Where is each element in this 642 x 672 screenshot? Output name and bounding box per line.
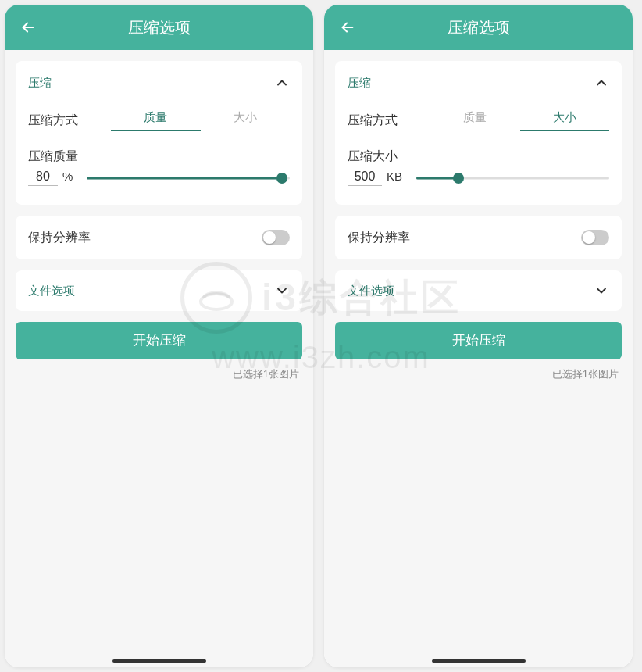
phone-screen-left: 压缩选项 压缩 压缩方式 质量 大小 压缩质量 % [5,5,313,667]
file-options-card: 文件选项 [335,270,622,311]
compress-section-title: 压缩 [348,76,371,91]
method-tabs: 质量 大小 [111,110,290,131]
home-indicator [432,659,526,663]
start-compress-button[interactable]: 开始压缩 [335,322,622,359]
method-label: 压缩方式 [28,113,102,129]
keep-resolution-row: 保持分辨率 [348,216,609,259]
keep-resolution-row: 保持分辨率 [28,216,290,259]
start-compress-button[interactable]: 开始压缩 [16,322,302,359]
keep-resolution-toggle[interactable] [262,230,290,245]
header-title: 压缩选项 [5,17,313,38]
compress-section-header[interactable]: 压缩 [28,64,290,102]
tab-size[interactable]: 大小 [520,110,610,131]
file-options-label: 文件选项 [348,284,394,298]
method-tabs: 质量 大小 [430,110,609,131]
size-slider[interactable] [416,170,609,186]
method-row: 压缩方式 质量 大小 [348,102,609,139]
slider-thumb[interactable] [453,173,464,184]
chevron-up-icon [594,75,609,91]
method-row: 压缩方式 质量 大小 [28,102,290,139]
file-options-row[interactable]: 文件选项 [28,270,290,311]
keep-resolution-label: 保持分辨率 [28,230,91,246]
compress-card: 压缩 压缩方式 质量 大小 压缩质量 % [16,61,302,205]
home-indicator [112,659,206,663]
size-slider-row: KB [348,170,609,202]
quality-label: 压缩质量 [28,139,290,170]
size-unit: KB [387,170,402,183]
back-button[interactable] [17,16,39,38]
size-value-box: KB [348,170,402,186]
app-header: 压缩选项 [324,5,633,50]
compress-section-header[interactable]: 压缩 [348,64,609,102]
size-input[interactable] [348,170,382,186]
file-options-label: 文件选项 [28,284,75,298]
quality-value-box: % [28,170,73,186]
slider-thumb[interactable] [276,173,287,184]
selected-count-label: 已选择1张图片 [335,367,622,381]
slider-fill [416,177,458,179]
switch-knob [583,231,595,244]
tab-quality[interactable]: 质量 [430,110,520,131]
tab-size[interactable]: 大小 [201,110,291,131]
compress-card: 压缩 压缩方式 质量 大小 压缩大小 KB [335,61,622,205]
screen-body: 压缩 压缩方式 质量 大小 压缩质量 % [5,50,313,667]
back-button[interactable] [337,16,358,38]
tab-quality[interactable]: 质量 [111,110,201,131]
size-label: 压缩大小 [348,139,609,170]
screen-body: 压缩 压缩方式 质量 大小 压缩大小 KB [324,50,633,667]
quality-input[interactable] [28,170,58,186]
switch-knob [263,231,276,244]
quality-slider[interactable] [87,170,290,186]
app-header: 压缩选项 [5,5,313,50]
method-label: 压缩方式 [348,113,421,129]
arrow-left-icon [339,19,356,36]
slider-fill [87,177,281,179]
arrow-left-icon [20,19,37,36]
compress-section-title: 压缩 [28,76,52,91]
resolution-card: 保持分辨率 [16,216,302,259]
selected-count-label: 已选择1张图片 [16,367,302,381]
chevron-down-icon [274,283,290,298]
phone-screen-right: 压缩选项 压缩 压缩方式 质量 大小 压缩大小 KB [324,5,633,667]
quality-slider-row: % [28,170,290,202]
quality-unit: % [62,170,73,183]
header-title: 压缩选项 [324,17,633,38]
chevron-up-icon [274,75,290,91]
file-options-row[interactable]: 文件选项 [348,270,609,311]
resolution-card: 保持分辨率 [335,216,622,259]
keep-resolution-toggle[interactable] [581,230,609,245]
file-options-card: 文件选项 [16,270,302,311]
chevron-down-icon [594,283,609,298]
keep-resolution-label: 保持分辨率 [348,230,410,246]
